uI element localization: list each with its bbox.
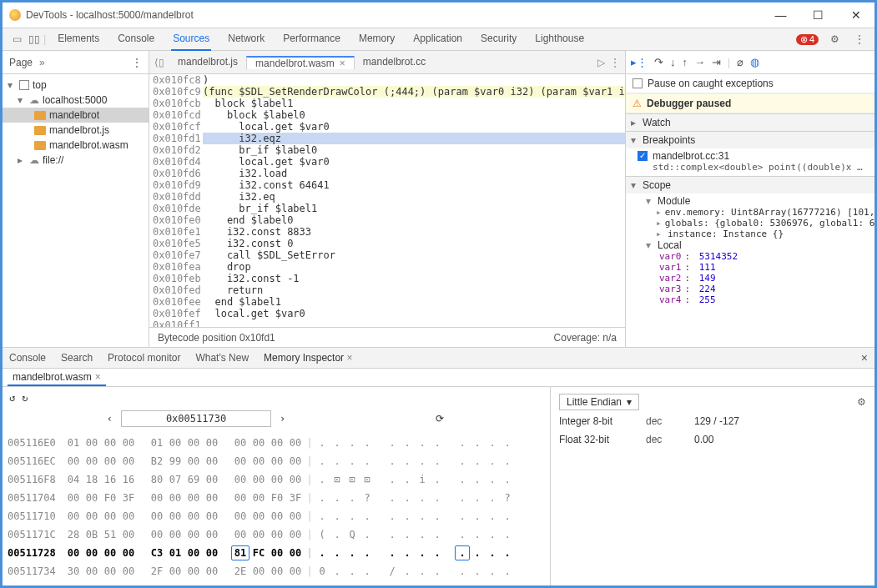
warning-icon: ⚠: [633, 98, 642, 109]
close-button[interactable]: ✕: [837, 3, 874, 28]
drawer-tab[interactable]: Search: [61, 352, 93, 364]
refresh-icon[interactable]: ⟳: [436, 413, 444, 425]
hex-viewer[interactable]: ↺ ↻ ‹ 0x00511730 › ⟳ 005116E001000000010…: [3, 387, 551, 585]
hex-row[interactable]: 005116E0010000000100000000000000|.......…: [8, 434, 543, 452]
kebab-icon[interactable]: ⋮: [854, 33, 864, 45]
deactivate-breakpoints-icon[interactable]: ⇥: [712, 56, 721, 68]
scope-local[interactable]: ▾Local: [638, 239, 869, 251]
drawer-tab[interactable]: Protocol monitor: [108, 352, 180, 364]
nav-tab-console[interactable]: Console: [116, 28, 156, 51]
redo-icon[interactable]: ↻: [22, 392, 28, 404]
step-into-icon[interactable]: ↓: [670, 56, 676, 68]
breakpoint-item[interactable]: ✓ mandelbrot.cc:31: [638, 150, 869, 162]
sources-panel: ⟨▯ mandelbrot.jsmandelbrot.wasm×mandelbr…: [149, 51, 626, 347]
close-icon[interactable]: ×: [95, 371, 101, 383]
hex-row[interactable]: 0051172800000000C301000081FC0000|.......…: [8, 544, 543, 562]
hex-row[interactable]: 00511734300000002F0000002E000000|0.../..…: [8, 562, 543, 580]
scope-local-entry[interactable]: var1: 111: [638, 262, 869, 273]
bytecode-position: Bytecode position 0x10fd1: [158, 332, 275, 344]
scope-local-entry[interactable]: var3: 224: [638, 284, 869, 294]
endian-select[interactable]: Little Endian▾: [559, 394, 639, 410]
scope-section[interactable]: ▾Scope: [626, 176, 874, 193]
tree-top[interactable]: ▾top: [3, 78, 149, 93]
hex-row[interactable]: 0051171C280B51000000000000000000|(.Q....…: [8, 525, 543, 544]
scope-module-entry[interactable]: ▸env.memory: Uint8Array(16777216) [101, …: [638, 207, 869, 218]
window-title: DevTools - localhost:5000/mandelbrot: [26, 9, 762, 21]
step-icon[interactable]: →: [694, 56, 705, 68]
tree-file-scheme[interactable]: ▸☁file://: [3, 153, 149, 168]
file-tab[interactable]: mandelbrot.wasm×: [246, 56, 355, 69]
scope-local-entry[interactable]: var2: 149: [638, 273, 869, 284]
drawer-tab[interactable]: What's New: [195, 352, 249, 364]
address-input[interactable]: 0x00511730: [121, 410, 271, 427]
next-page-icon[interactable]: ›: [280, 413, 285, 425]
file-tab[interactable]: mandelbrot.js: [169, 56, 246, 68]
app-icon: [9, 9, 21, 21]
gear-icon[interactable]: ⚙: [830, 33, 839, 45]
nav-tab-lighthouse[interactable]: Lighthouse: [533, 28, 586, 51]
step-out-icon[interactable]: ↑: [683, 56, 688, 68]
hex-row[interactable]: 005116F8041816168007690000000000|.⊡⊡⊡..i…: [8, 470, 543, 489]
memory-tabs: mandelbrot.wasm×: [3, 369, 874, 387]
scope-local-entry[interactable]: var0: 5314352: [638, 251, 869, 262]
nav-tab-application[interactable]: Application: [411, 28, 464, 51]
nav-tab-security[interactable]: Security: [479, 28, 518, 51]
tree-file[interactable]: mandelbrot: [3, 108, 149, 123]
navigator-panel: Page » ⋮ ▾top ▾☁localhost:5000 mandelbro…: [3, 51, 149, 347]
close-icon[interactable]: ×: [346, 352, 352, 364]
scope-module[interactable]: ▾Module: [638, 195, 869, 207]
scope-module-entry[interactable]: ▸instance: Instance {}: [638, 229, 869, 239]
device-toggle-icon[interactable]: ▯▯: [28, 33, 40, 45]
code-editor[interactable]: 0x010fc80x010fc90x010fcb0x010fcd0x010fcf…: [149, 74, 625, 327]
close-icon[interactable]: ×: [340, 58, 345, 69]
chevron-right-icon[interactable]: »: [39, 57, 45, 68]
drawer-tab[interactable]: Console: [9, 352, 46, 364]
tree-file[interactable]: mandelbrot.js: [3, 123, 149, 138]
checkbox-unchecked[interactable]: [633, 78, 643, 88]
tree-host[interactable]: ▾☁localhost:5000: [3, 93, 149, 108]
checkbox-checked[interactable]: ✓: [638, 151, 648, 161]
run-snippet-icon[interactable]: ▷: [597, 57, 605, 68]
kebab-icon[interactable]: ⋮: [132, 57, 142, 68]
minimize-button[interactable]: —: [762, 3, 799, 28]
nav-tab-network[interactable]: Network: [226, 28, 266, 51]
nav-tab-memory[interactable]: Memory: [357, 28, 396, 51]
value-row: Float 32-bitdec0.00: [559, 430, 866, 449]
navigator-page-tab[interactable]: Page: [9, 57, 33, 68]
gear-icon[interactable]: ⚙: [857, 396, 866, 408]
script-blackbox-icon[interactable]: ⌀: [737, 56, 743, 68]
nav-back-icon[interactable]: ⟨▯: [154, 57, 164, 68]
file-tree: ▾top ▾☁localhost:5000 mandelbrotmandelbr…: [3, 74, 149, 171]
kebab-icon[interactable]: ⋮: [610, 57, 620, 68]
scope-local-entry[interactable]: var4: 255: [638, 294, 869, 305]
hex-row[interactable]: 005116EC00000000B299000000000000|.......…: [8, 452, 543, 470]
drawer-close-icon[interactable]: ×: [861, 351, 868, 364]
drawer-tabs: ConsoleSearchProtocol monitorWhat's NewM…: [3, 348, 874, 369]
watch-section[interactable]: ▸Watch: [626, 113, 874, 131]
debugger-paused-banner: ⚠ Debugger paused: [626, 93, 874, 113]
error-badge[interactable]: ⊗4: [796, 34, 819, 45]
resume-icon[interactable]: ▸⋮: [631, 56, 648, 68]
tree-file[interactable]: mandelbrot.wasm: [3, 138, 149, 153]
file-tabs: ⟨▯ mandelbrot.jsmandelbrot.wasm×mandelbr…: [149, 51, 625, 74]
pause-caught-row[interactable]: Pause on caught exceptions: [626, 74, 874, 93]
prev-page-icon[interactable]: ‹: [107, 413, 113, 425]
scope-module-entry[interactable]: ▸globals: {global0: 5306976, global1: 65…: [638, 218, 869, 229]
pause-exceptions-icon[interactable]: ◍: [750, 56, 759, 68]
drawer-tab[interactable]: Memory Inspector ×: [264, 352, 352, 364]
hex-row[interactable]: 005117040000F03F000000000000F03F|...?...…: [8, 489, 543, 507]
nav-tab-elements[interactable]: Elements: [56, 28, 101, 51]
hex-row[interactable]: 00511710000000000000000000000000|.......…: [8, 507, 543, 525]
nav-tab-sources[interactable]: Sources: [171, 28, 211, 51]
inspect-icon[interactable]: ▭: [13, 33, 22, 45]
undo-icon[interactable]: ↺: [9, 392, 15, 404]
editor-statusbar: Bytecode position 0x10fd1 Coverage: n/a: [149, 327, 625, 347]
breakpoints-section[interactable]: ▾Breakpoints: [626, 131, 874, 148]
file-tab[interactable]: mandelbrot.cc: [355, 56, 434, 68]
nav-tab-performance[interactable]: Performance: [281, 28, 342, 51]
drawer: ConsoleSearchProtocol monitorWhat's NewM…: [3, 347, 874, 585]
step-over-icon[interactable]: ↷: [654, 56, 663, 68]
memory-tab[interactable]: mandelbrot.wasm×: [8, 369, 106, 386]
maximize-button[interactable]: ☐: [799, 3, 837, 28]
breakpoint-detail: std::complex<double> point((double)x …: [638, 162, 869, 173]
